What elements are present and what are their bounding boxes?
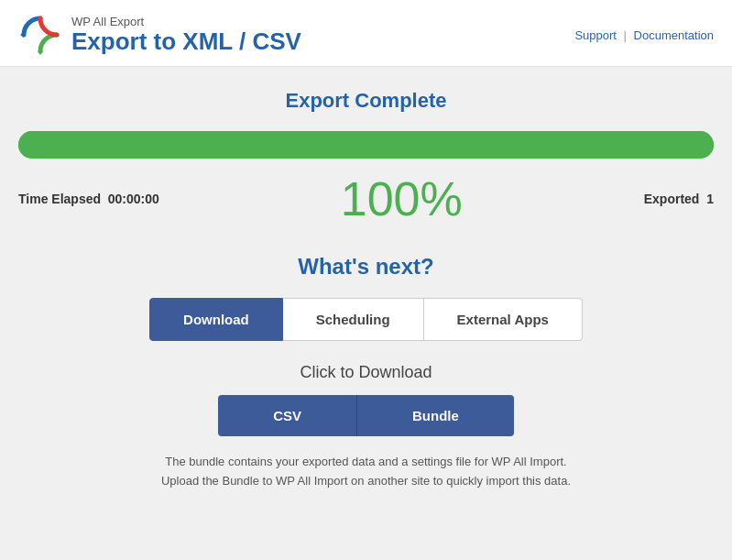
logo-icon xyxy=(18,13,62,57)
svg-marker-2 xyxy=(38,51,43,55)
main-content: Export Complete Time Elapsed 00:00:00 10… xyxy=(0,67,732,513)
header-left: WP All Export Export to XML / CSV xyxy=(18,13,301,57)
bundle-button[interactable]: Bundle xyxy=(357,395,514,436)
plugin-name: WP All Export xyxy=(71,15,301,28)
exported-count: Exported 1 xyxy=(644,192,714,206)
support-link[interactable]: Support xyxy=(574,28,617,42)
header: WP All Export Export to XML / CSV Suppor… xyxy=(0,0,732,67)
link-separator: | xyxy=(624,28,630,42)
tabs-container: Download Scheduling External Apps xyxy=(18,298,714,341)
page-wrapper: WP All Export Export to XML / CSV Suppor… xyxy=(0,0,732,560)
download-section: Click to Download CSV Bundle The bundle … xyxy=(18,363,714,491)
bundle-note-line1: The bundle contains your exported data a… xyxy=(165,455,566,468)
export-complete-title: Export Complete xyxy=(18,89,714,113)
plugin-title: Export to XML / CSV xyxy=(71,28,301,55)
time-elapsed: Time Elapsed 00:00:00 xyxy=(18,192,159,206)
documentation-link[interactable]: Documentation xyxy=(634,28,714,42)
header-links: Support | Documentation xyxy=(574,28,714,42)
progress-bar-fill xyxy=(18,131,714,159)
percent-display: 100% xyxy=(159,171,644,226)
header-titles: WP All Export Export to XML / CSV xyxy=(71,15,301,55)
tab-external-apps[interactable]: External Apps xyxy=(424,298,583,341)
tab-scheduling[interactable]: Scheduling xyxy=(283,298,424,341)
csv-button[interactable]: CSV xyxy=(218,395,357,436)
download-buttons: CSV Bundle xyxy=(18,395,714,436)
whats-next-title: What's next? xyxy=(18,254,714,280)
time-elapsed-label: Time Elapsed xyxy=(18,192,101,206)
click-to-download-label: Click to Download xyxy=(18,363,714,382)
time-elapsed-value: 00:00:00 xyxy=(108,192,159,206)
stats-row: Time Elapsed 00:00:00 100% Exported 1 xyxy=(18,171,714,226)
progress-bar-container xyxy=(18,131,714,159)
tab-download[interactable]: Download xyxy=(149,298,283,341)
bundle-note-line2: Upload the Bundle to WP All Import on an… xyxy=(161,474,571,488)
bundle-note: The bundle contains your exported data a… xyxy=(110,453,623,491)
exported-label: Exported xyxy=(644,192,700,206)
exported-value: 1 xyxy=(706,192,714,206)
